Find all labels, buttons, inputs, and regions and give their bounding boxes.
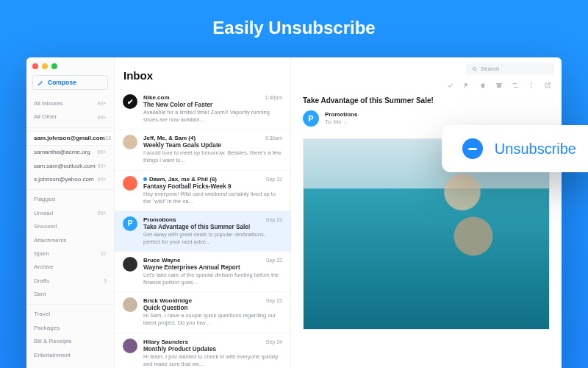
message-avatar: ✔ xyxy=(123,94,137,109)
sidebar-item[interactable]: samantha@acme.org99+ xyxy=(26,146,114,159)
sidebar-item[interactable]: Sent xyxy=(26,288,114,301)
sidebar-item[interactable]: Snoozed xyxy=(26,220,114,233)
sidebar-item[interactable]: Flagged xyxy=(26,193,114,206)
close-window-button[interactable] xyxy=(32,63,38,69)
chevron-down-icon[interactable]: ⌄ xyxy=(343,119,348,124)
compose-label: Compose xyxy=(48,79,76,86)
sidebar-item[interactable]: All Inboxes99+ xyxy=(26,97,114,110)
sidebar-item[interactable]: Travel xyxy=(26,308,114,321)
to-label: To: xyxy=(325,118,332,125)
message-avatar xyxy=(123,176,137,191)
message-from: Hilary Saunders xyxy=(143,339,188,345)
sidebar-item[interactable]: Attachments xyxy=(26,234,114,247)
message-preview: Hi team, I just wanted to check in with … xyxy=(143,353,282,368)
sender-avatar: P xyxy=(303,110,319,127)
message-list-pane: Inbox ✔Nike.com1:40pmThe New Color of Fa… xyxy=(115,57,291,368)
sidebar-item-label: Attachments xyxy=(34,237,66,244)
message-from: Bruce Wayne xyxy=(143,257,180,263)
sidebar-item-count: 37 xyxy=(101,250,107,258)
sidebar-item-label: Travel xyxy=(34,311,50,318)
zoom-window-button[interactable] xyxy=(51,63,57,69)
search-input[interactable]: Search xyxy=(466,63,554,74)
message-time: Sep 23 xyxy=(266,217,282,222)
message-from: Brick Wooldridge xyxy=(143,297,192,304)
minimize-window-button[interactable] xyxy=(42,63,48,69)
sidebar-item[interactable]: Packages xyxy=(26,322,114,335)
compose-icon xyxy=(37,79,44,86)
message-time: 1:40pm xyxy=(265,95,282,100)
message-avatar: P xyxy=(123,216,137,231)
message-time: Sep 23 xyxy=(266,298,282,303)
sidebar-item-count: 99+ xyxy=(97,176,107,183)
message-row[interactable]: Dawn, Jax, me & Phil (6)Sep 22Fantasy Fo… xyxy=(115,171,290,211)
open-external-icon[interactable] xyxy=(544,82,551,89)
unsubscribe-button[interactable]: Unsubscribe xyxy=(495,141,576,158)
message-from: Promotions xyxy=(143,216,176,223)
delete-icon[interactable] xyxy=(479,82,487,89)
sidebar-item-count: 13 xyxy=(105,135,111,142)
message-row[interactable]: Bruce WayneSep 23Wayne Enterprises Annua… xyxy=(115,252,290,292)
sidebar-item[interactable]: sam.johnson@gmail.com13 xyxy=(26,131,114,146)
reader-subject: Take Advantage of this Summer Sale! xyxy=(291,93,562,110)
message-subject: Weekly Team Goals Update xyxy=(143,142,282,149)
message-subject: Fantasy Football Picks-Week 9 xyxy=(143,183,282,190)
mail-app-window: Compose All Inboxes99+All Other99+ sam.j… xyxy=(26,57,562,368)
message-subject: Take Advantage of this Summer Sale! xyxy=(143,224,282,230)
message-preview: Hey everyone! Wild card weekend certainl… xyxy=(143,191,282,205)
sidebar-item-label: Spam xyxy=(34,250,49,258)
message-row[interactable]: Hilary SaundersSep 24Monthly Product Upd… xyxy=(115,333,290,369)
sidebar-item-label: samantha@acme.org xyxy=(34,149,90,156)
message-preview: Get away with great deals to popular des… xyxy=(143,231,282,246)
message-from: Nike.com xyxy=(143,94,170,101)
reader-pane: Search Take Advantage of this Summer Sal… xyxy=(291,57,562,368)
sidebar-item-label: All Other xyxy=(34,113,57,121)
sidebar-item-count: 99+ xyxy=(97,114,107,121)
sidebar-item-label: Drafts xyxy=(34,277,49,285)
message-time: Sep 24 xyxy=(266,339,282,344)
sidebar-item-count: 99+ xyxy=(97,100,107,107)
sidebar-item-count: 3 xyxy=(104,277,107,285)
message-row[interactable]: ✔Nike.com1:40pmThe New Color of FasterAv… xyxy=(115,89,290,130)
hero-title: Easily Unsubscribe xyxy=(0,0,588,52)
sidebar-item[interactable]: Bill & Receipts xyxy=(26,335,114,348)
window-traffic-lights xyxy=(32,63,57,69)
archive-icon[interactable] xyxy=(495,82,503,89)
sender-name: Promotions xyxy=(325,111,357,118)
sidebar-item-count: 99+ xyxy=(97,149,107,156)
message-row[interactable]: Brick WooldridgeSep 23Quick QuestionHi S… xyxy=(115,292,290,333)
svg-point-3 xyxy=(531,87,532,88)
sidebar-item[interactable]: sam.sam@outlook.com99+ xyxy=(26,160,114,173)
flag-icon[interactable] xyxy=(463,82,470,89)
sidebar-item-label: Unread xyxy=(34,210,53,217)
message-subject: Wayne Enterprises Annual Report xyxy=(143,264,282,271)
mark-done-icon[interactable] xyxy=(447,82,454,89)
inbox-title: Inbox xyxy=(115,57,290,89)
message-preview: I would love to meet up tomorrow. Beside… xyxy=(143,149,282,164)
sidebar-item[interactable]: s.johnson@yahoo.com99+ xyxy=(26,173,114,186)
sidebar-item[interactable]: Drafts3 xyxy=(26,275,114,288)
unsubscribe-icon[interactable] xyxy=(462,138,483,159)
sidebar-item[interactable]: All Other99+ xyxy=(26,110,114,124)
svg-point-1 xyxy=(531,82,532,84)
message-row[interactable]: PPromotionsSep 23Take Advantage of this … xyxy=(115,211,290,252)
message-subject: The New Color of Faster xyxy=(143,102,282,108)
message-subject: Monthly Product Updates xyxy=(143,346,282,353)
move-icon[interactable] xyxy=(512,82,519,89)
message-preview: Hi Sam, I have a couple quick questions … xyxy=(143,312,282,327)
more-icon[interactable] xyxy=(528,82,535,89)
message-avatar xyxy=(123,297,137,312)
sidebar-item[interactable]: Spam37 xyxy=(26,247,114,261)
sidebar-item-label: Packages xyxy=(34,325,60,332)
unread-dot-icon xyxy=(143,177,147,181)
sidebar-item[interactable]: Archive xyxy=(26,261,114,274)
reader-toolbar xyxy=(291,74,562,93)
sidebar-item-label: sam.sam@outlook.com xyxy=(34,163,96,170)
message-row[interactable]: Jeff, Me, & Sam (4)9:36amWeekly Team Goa… xyxy=(115,130,290,170)
compose-button[interactable]: Compose xyxy=(32,75,108,90)
sidebar-item[interactable]: Entertainment xyxy=(26,349,114,362)
sidebar-item-label: Archive xyxy=(34,263,54,271)
sidebar-item-label: Entertainment xyxy=(34,352,71,359)
search-placeholder: Search xyxy=(481,66,499,72)
sidebar: Compose All Inboxes99+All Other99+ sam.j… xyxy=(26,57,115,368)
sidebar-item[interactable]: Unread99+ xyxy=(26,207,114,220)
